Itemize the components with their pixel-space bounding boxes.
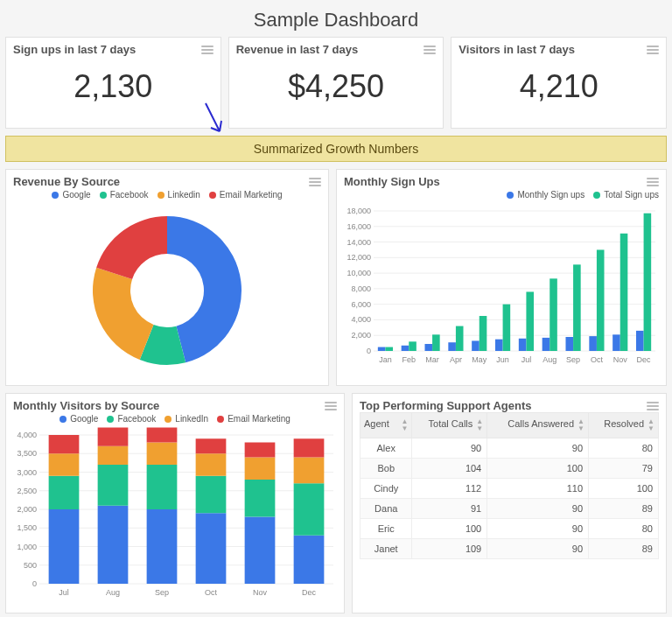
table-header-label: Calls Answered <box>508 418 574 429</box>
table-header[interactable]: Agent▲▼ <box>360 413 412 438</box>
banner-text: Summarized Growth Numbers <box>254 142 418 156</box>
svg-rect-90 <box>196 476 227 514</box>
table-cell: Janet <box>360 539 412 559</box>
legend-item[interactable]: Email Marketing <box>217 414 290 424</box>
svg-rect-100 <box>294 483 325 536</box>
svg-rect-41 <box>542 338 550 351</box>
svg-text:Sep: Sep <box>155 588 169 597</box>
footer-link[interactable]: www.ubiq.co <box>0 613 672 617</box>
svg-rect-35 <box>495 340 503 351</box>
kpi-label: Revenue in last 7 days <box>236 43 358 56</box>
legend-label: Monthly Sign ups <box>517 190 584 200</box>
table-header-label: Agent <box>364 418 389 429</box>
svg-rect-21 <box>385 347 393 351</box>
table-cell: Alex <box>360 438 412 459</box>
panel-title: Revenue By Source <box>13 175 120 188</box>
kpi-label: Sign ups in last 7 days <box>13 43 136 56</box>
table-cell: 91 <box>412 499 487 519</box>
table-cell: 100 <box>412 519 487 539</box>
svg-text:Nov: Nov <box>253 588 268 597</box>
svg-rect-99 <box>294 536 325 584</box>
svg-text:Aug: Aug <box>542 355 556 364</box>
panel-title: Monthly Visitors by Source <box>13 399 159 412</box>
svg-rect-74 <box>49 509 80 584</box>
legend-item[interactable]: Facebook <box>100 190 149 200</box>
svg-rect-45 <box>573 264 581 351</box>
kpi-card-revenue: Revenue in last 7 days $4,250 <box>228 37 444 129</box>
svg-rect-102 <box>294 438 325 457</box>
table-header[interactable]: Resolved▲▼ <box>589 413 659 438</box>
legend-dot-icon <box>507 192 514 199</box>
svg-rect-24 <box>409 341 416 351</box>
hamburger-icon[interactable] <box>325 400 337 412</box>
legend-label: Facebook <box>110 190 149 200</box>
legend-item[interactable]: Total Sign ups <box>593 190 659 200</box>
svg-text:3,000: 3,000 <box>17 468 37 477</box>
table-header[interactable]: Calls Answered▲▼ <box>487 413 589 438</box>
legend-dot-icon <box>60 416 66 423</box>
table-row: Cindy112110100 <box>360 479 659 499</box>
svg-rect-20 <box>378 347 386 351</box>
table-cell: Bob <box>360 459 412 479</box>
legend-item[interactable]: LinkedIn <box>164 414 208 424</box>
svg-rect-42 <box>550 278 557 351</box>
sort-icon[interactable]: ▲▼ <box>402 418 409 432</box>
hamburger-icon[interactable] <box>424 44 436 56</box>
svg-rect-36 <box>503 305 511 351</box>
svg-rect-96 <box>245 458 276 480</box>
donut-chart <box>13 203 321 378</box>
table-cell: Dana <box>360 499 412 519</box>
svg-text:6,000: 6,000 <box>351 300 371 309</box>
hamburger-icon[interactable] <box>309 176 321 188</box>
table-cell: 89 <box>589 499 659 519</box>
table-cell: 90 <box>487 438 589 459</box>
svg-text:Feb: Feb <box>402 355 416 364</box>
legend-dot-icon <box>107 416 114 423</box>
legend-item[interactable]: Linkedin <box>158 190 200 200</box>
svg-rect-44 <box>565 337 573 351</box>
hamburger-icon[interactable] <box>647 176 659 188</box>
page-title: Sample Dashboard <box>5 5 667 37</box>
svg-text:1,000: 1,000 <box>17 543 37 551</box>
panel-title: Monthly Sign Ups <box>344 175 440 188</box>
table-row: Bob10410079 <box>360 459 659 479</box>
legend-item[interactable]: Monthly Sign ups <box>507 190 584 200</box>
table-header[interactable]: Total Calls▲▼ <box>412 413 487 438</box>
sort-icon[interactable]: ▲▼ <box>578 418 584 432</box>
svg-rect-92 <box>196 438 227 453</box>
svg-rect-85 <box>147 465 178 509</box>
table-cell: 80 <box>589 438 659 459</box>
table-header-label: Total Calls <box>429 418 473 429</box>
hamburger-icon[interactable] <box>647 44 659 56</box>
svg-text:2,500: 2,500 <box>17 487 37 495</box>
svg-rect-77 <box>49 435 80 453</box>
legend-label: Google <box>62 190 90 200</box>
legend-label: Linkedin <box>168 190 200 200</box>
legend-item[interactable]: Google <box>52 190 90 200</box>
table-cell: 110 <box>487 479 589 499</box>
hamburger-icon[interactable] <box>647 400 659 412</box>
svg-text:Jan: Jan <box>379 355 392 364</box>
svg-rect-84 <box>147 509 178 584</box>
legend-item[interactable]: Email Marketing <box>209 190 283 200</box>
legend-dot-icon <box>593 192 600 199</box>
svg-text:Aug: Aug <box>106 588 120 597</box>
legend-dot-icon <box>209 192 216 199</box>
chart-legend: GoogleFacebookLinkedInEmail Marketing <box>13 412 337 427</box>
svg-rect-50 <box>612 334 620 351</box>
hamburger-icon[interactable] <box>201 44 214 56</box>
svg-text:0: 0 <box>32 579 37 588</box>
svg-rect-94 <box>245 517 276 585</box>
legend-item[interactable]: Facebook <box>107 414 156 424</box>
table-row: Janet1099089 <box>360 539 659 559</box>
panel-revenue-by-source: Revenue By Source GoogleFacebookLinkedin… <box>5 169 329 386</box>
table-cell: 100 <box>589 479 659 499</box>
sort-icon[interactable]: ▲▼ <box>648 418 654 432</box>
table-cell: 89 <box>589 539 659 559</box>
legend-item[interactable]: Google <box>60 414 98 424</box>
svg-rect-39 <box>526 291 534 351</box>
svg-text:2,000: 2,000 <box>351 331 371 340</box>
kpi-value: $4,250 <box>236 56 437 121</box>
sort-icon[interactable]: ▲▼ <box>476 418 483 432</box>
svg-rect-76 <box>49 453 80 476</box>
